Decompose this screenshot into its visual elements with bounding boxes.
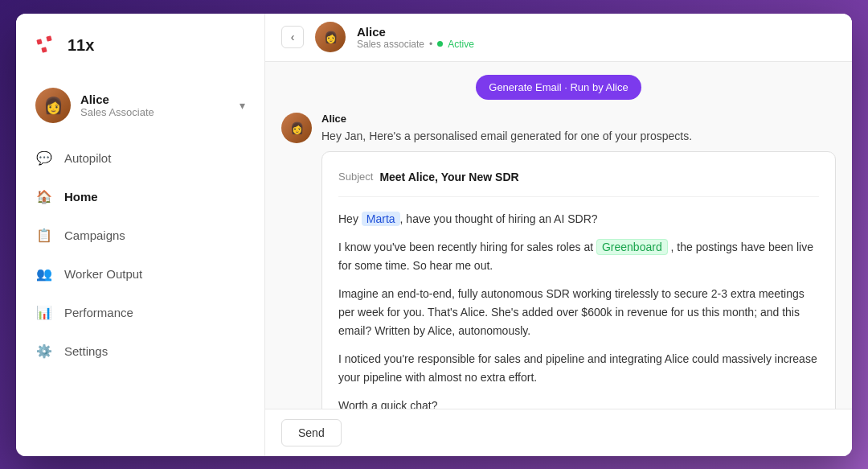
sidebar-item-campaigns[interactable]: 📋 Campaigns (16, 216, 264, 255)
para2-pre: I know you've been recently hiring for s… (338, 241, 593, 253)
email-card: Subject Meet Alice, Your New SDR Hey Mar… (321, 151, 836, 409)
message-sender: Alice (321, 113, 836, 125)
send-area: Send (265, 409, 852, 456)
sidebar-item-worker-output[interactable]: 👥 Worker Output (16, 255, 264, 294)
sidebar-item-home[interactable]: 🏠 Home (16, 178, 264, 216)
email-para3: Imagine an end-to-end, fully autonomous … (338, 285, 819, 340)
greeting-rest: , have you thought of hiring an AI SDR? (400, 212, 598, 225)
subject-label: Subject (338, 168, 373, 185)
autopilot-icon: 💬 (35, 150, 53, 167)
user-info: Alice Sales Associate (80, 93, 230, 118)
top-bar: ‹ 👩 Alice Sales associate • Active (265, 14, 852, 62)
sidebar-item-performance[interactable]: 📊 Performance (16, 294, 264, 332)
sidebar: 11x 👩 Alice Sales Associate ▾ 💬 Autopilo… (16, 14, 265, 456)
status-dot (437, 41, 443, 47)
top-user-role: Sales associate (357, 39, 424, 50)
logo-icon (35, 33, 61, 59)
performance-icon: 📊 (35, 304, 53, 322)
email-para4: I noticed you're responsible for sales a… (338, 350, 819, 387)
message-content: Alice Hey Jan, Here's a personalised ema… (321, 113, 836, 409)
chevron-down-icon: ▾ (240, 99, 245, 112)
sidebar-item-label-performance: Performance (64, 306, 133, 319)
back-icon: ‹ (291, 31, 295, 43)
message-avatar: 👩 (281, 113, 312, 143)
svg-rect-1 (46, 35, 51, 41)
logo-text: 11x (68, 36, 94, 55)
banner-wrapper: Generate Email · Run by Alice (281, 75, 836, 103)
top-avatar: 👩 (315, 22, 346, 52)
generate-email-banner: Generate Email · Run by Alice (476, 75, 641, 100)
subject-value: Meet Alice, Your New SDR (379, 168, 518, 187)
sidebar-item-settings[interactable]: ⚙️ Settings (16, 332, 264, 371)
campaigns-icon: 📋 (35, 227, 53, 245)
send-button[interactable]: Send (281, 419, 342, 446)
sidebar-item-label-settings: Settings (64, 344, 108, 358)
top-user-meta: Sales associate • Active (357, 39, 836, 50)
user-profile[interactable]: 👩 Alice Sales Associate ▾ (16, 78, 264, 133)
back-button[interactable]: ‹ (281, 26, 304, 48)
worker-output-icon: 👥 (35, 265, 53, 283)
home-icon: 🏠 (35, 188, 53, 206)
chat-area: Generate Email · Run by Alice 👩 Alice He… (265, 62, 852, 409)
status-text: Active (448, 39, 474, 50)
separator: • (429, 39, 432, 50)
avatar: 👩 (35, 88, 71, 123)
svg-rect-2 (41, 47, 47, 52)
sidebar-item-label-worker-output: Worker Output (64, 267, 142, 281)
user-name: Alice (80, 93, 230, 106)
email-para2: I know you've been recently hiring for s… (338, 238, 819, 275)
email-body: Hey Marta, have you thought of hiring an… (338, 210, 819, 409)
email-subject-row: Subject Meet Alice, Your New SDR (338, 168, 819, 197)
sidebar-nav: 💬 Autopilot 🏠 Home 📋 Campaigns 👥 Worker … (16, 139, 264, 371)
sidebar-logo: 11x (16, 33, 264, 78)
top-user-info: Alice Sales associate • Active (357, 25, 836, 50)
top-user-name: Alice (357, 25, 836, 39)
greeting-hey: Hey (338, 212, 362, 225)
company-name: Greenboard (596, 239, 668, 255)
email-para5: Worth a quick chat? (338, 397, 819, 408)
message-text: Hey Jan, Here's a personalised email gen… (321, 128, 836, 145)
recipient-name: Marta (362, 212, 400, 226)
message-row: 👩 Alice Hey Jan, Here's a personalised e… (281, 113, 836, 409)
settings-icon: ⚙️ (35, 343, 53, 360)
sidebar-item-label-campaigns: Campaigns (64, 228, 125, 242)
main-content: ‹ 👩 Alice Sales associate • Active Gener… (265, 14, 852, 456)
user-role: Sales Associate (80, 106, 230, 118)
sidebar-item-label-home: Home (64, 190, 98, 204)
app-window: 11x 👩 Alice Sales Associate ▾ 💬 Autopilo… (16, 14, 852, 456)
svg-rect-0 (36, 39, 42, 44)
email-greeting: Hey Marta, have you thought of hiring an… (338, 210, 819, 228)
sidebar-item-label-autopilot: Autopilot (64, 151, 111, 165)
sidebar-item-autopilot[interactable]: 💬 Autopilot (16, 139, 264, 178)
